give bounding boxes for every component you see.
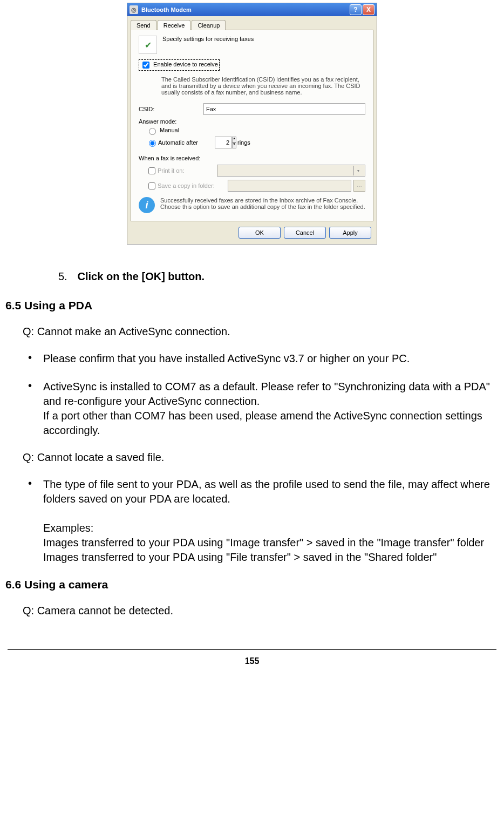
automatic-radio[interactable] bbox=[149, 140, 156, 147]
ok-button[interactable]: OK bbox=[239, 227, 281, 239]
bullet-text: ActiveSync is installed to COM7 as a def… bbox=[43, 379, 499, 438]
enable-device-checkbox[interactable] bbox=[142, 62, 149, 69]
bullet-text: The type of file sent to your PDA, as we… bbox=[43, 477, 499, 565]
window-title: Bluetooth Modem bbox=[141, 6, 349, 13]
heading-6-6: 6.6 Using a camera bbox=[5, 578, 499, 591]
help-button[interactable]: ? bbox=[350, 4, 362, 15]
csid-input[interactable] bbox=[203, 103, 365, 115]
rings-input[interactable] bbox=[215, 137, 232, 148]
save-copy-label: Save a copy in folder: bbox=[158, 182, 228, 189]
apply-button[interactable]: Apply bbox=[329, 227, 371, 239]
manual-radio[interactable] bbox=[149, 128, 156, 135]
tab-send[interactable]: Send bbox=[131, 20, 156, 30]
close-button[interactable]: X bbox=[363, 4, 374, 15]
print-it-on-checkbox[interactable] bbox=[148, 167, 155, 174]
question-saved-file: Q: Cannot locate a saved file. bbox=[23, 451, 499, 464]
tab-pane-receive: ✔ Specify settings for receiving faxes E… bbox=[131, 30, 373, 221]
info-icon: i bbox=[139, 197, 155, 213]
tab-receive[interactable]: Receive bbox=[158, 20, 191, 30]
bullet-text: Please confirm that you have installed A… bbox=[43, 351, 499, 366]
system-icon: ◎ bbox=[130, 5, 138, 14]
when-received-label: When a fax is received: bbox=[139, 155, 365, 161]
browse-button[interactable]: … bbox=[353, 180, 365, 192]
cancel-button[interactable]: Cancel bbox=[284, 227, 326, 239]
manual-label: Manual bbox=[160, 127, 179, 133]
tabstrip: Send Receive Cleanup bbox=[127, 16, 377, 30]
question-camera: Q: Camera cannot be detected. bbox=[23, 605, 499, 617]
tab-cleanup[interactable]: Cleanup bbox=[192, 20, 226, 30]
bullet-icon: • bbox=[28, 477, 43, 565]
rings-label: rings bbox=[237, 139, 250, 146]
info-text: Successfully received faxes are stored i… bbox=[160, 197, 365, 210]
enable-device-label: Enable device to receive bbox=[153, 61, 218, 67]
question-activesync: Q: Cannot make an ActiveSync connection. bbox=[23, 326, 499, 338]
dialog-figure: ◎ Bluetooth Modem ? X Send Receive Clean… bbox=[0, 0, 504, 254]
heading-6-5: 6.5 Using a PDA bbox=[5, 299, 499, 312]
step-text: Click on the [OK] button. bbox=[78, 270, 205, 282]
step-number: 5. bbox=[58, 270, 74, 283]
csid-description: The Called Subscriber Identification (CS… bbox=[161, 76, 365, 96]
answer-mode-label: Answer mode: bbox=[139, 118, 365, 125]
fax-icon: ✔ bbox=[139, 36, 157, 54]
bluetooth-modem-dialog: ◎ Bluetooth Modem ? X Send Receive Clean… bbox=[127, 3, 377, 245]
titlebar: ◎ Bluetooth Modem ? X bbox=[127, 3, 377, 16]
bullet-icon: • bbox=[28, 379, 43, 438]
document-body: 5. Click on the [OK] button. 6.5 Using a… bbox=[0, 270, 504, 617]
bullet-icon: • bbox=[28, 351, 43, 366]
print-it-on-label: Print it on: bbox=[158, 167, 217, 174]
rings-spinner[interactable]: ▲▼ bbox=[215, 137, 234, 148]
csid-label: CSID: bbox=[139, 106, 203, 112]
page-number: 155 bbox=[8, 649, 496, 673]
save-copy-checkbox[interactable] bbox=[148, 182, 155, 189]
pane-header: Specify settings for receiving faxes bbox=[162, 36, 254, 42]
print-dropdown-arrow-icon: ▾ bbox=[353, 166, 363, 175]
automatic-label: Automatic after bbox=[158, 139, 215, 146]
